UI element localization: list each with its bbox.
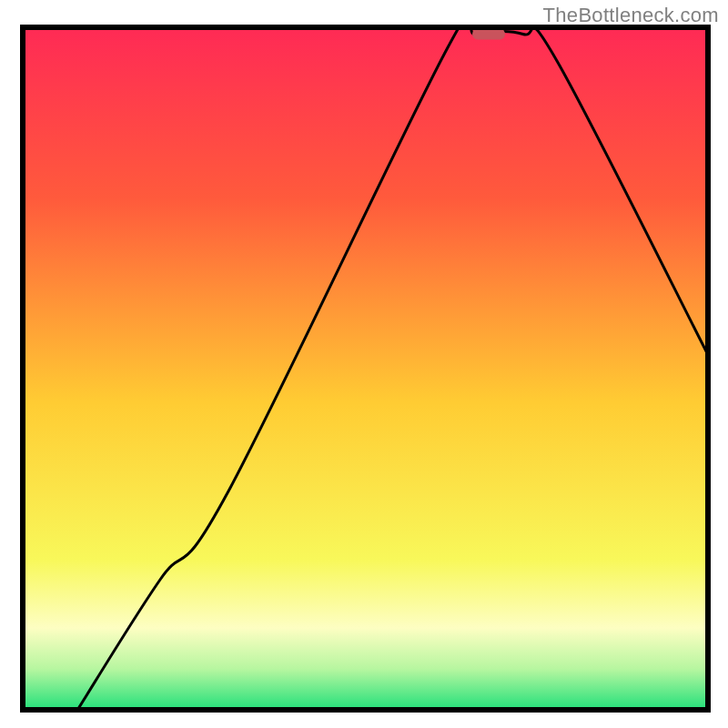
- gradient-background: [23, 27, 708, 710]
- chart-frame: TheBottleneck.com: [0, 0, 728, 728]
- watermark-text: TheBottleneck.com: [543, 4, 719, 27]
- chart-svg: [0, 0, 728, 728]
- sweet-spot-marker: [472, 29, 505, 40]
